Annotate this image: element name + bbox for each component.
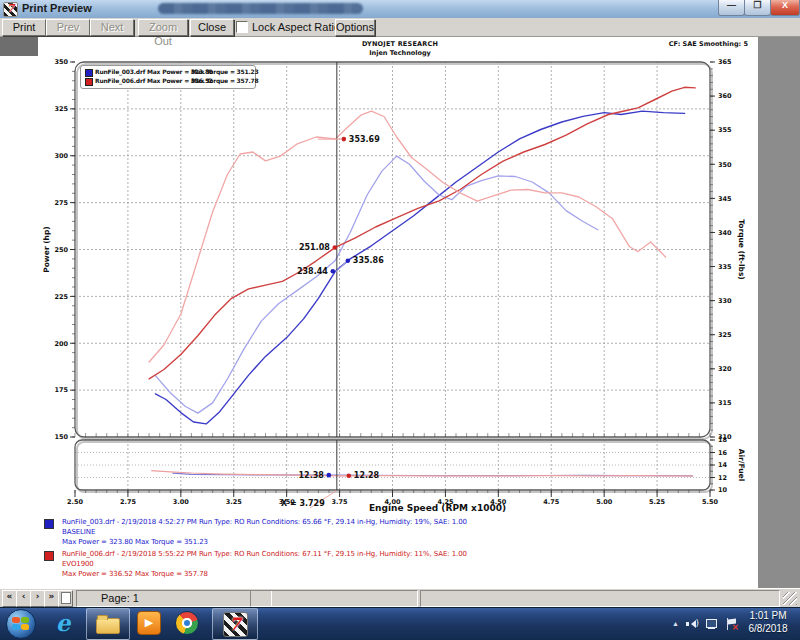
correction-smoothing-label: CF: SAE Smoothing: 5 — [640, 40, 748, 48]
maximize-button[interactable]: ❐ — [744, 0, 771, 16]
lock-aspect-ratio-label: Lock Aspect Ratio — [252, 21, 340, 33]
start-flag-yellow — [21, 624, 29, 630]
legend-row2-right: Max Torque = 357.78 — [191, 77, 259, 84]
minimize-icon: — — [727, 0, 736, 10]
goto-page-button[interactable] — [58, 590, 73, 607]
run2-line3: Max Power = 336.52 Max Torque = 357.78 — [62, 570, 208, 578]
start-flag-blue — [12, 624, 20, 630]
run2-line1: RunFile_006.drf - 2/19/2018 5:55:22 PM R… — [62, 550, 467, 558]
next-page-button[interactable]: › — [30, 590, 45, 607]
report-subtitle: Injen Technology — [300, 49, 500, 57]
page-corner-block — [0, 36, 38, 56]
media-player-icon: ▶ — [137, 611, 161, 635]
chrome-icon — [175, 611, 199, 635]
run2-line2: EVO1900 — [62, 560, 94, 568]
legend-row1-right: Max Torque = 351.23 — [191, 68, 259, 75]
lock-aspect-ratio-checkbox[interactable] — [236, 21, 248, 33]
start-flag-red — [12, 617, 20, 623]
minimize-button[interactable]: — — [718, 0, 745, 16]
status-panel-2 — [250, 590, 418, 607]
app-icon: 7 — [3, 2, 18, 17]
last-page-button[interactable]: » — [44, 590, 59, 607]
next-button[interactable]: Next — [90, 19, 134, 36]
prev-page-button[interactable]: ‹ — [16, 590, 31, 607]
folder-icon — [96, 618, 120, 634]
internet-explorer-icon: e — [56, 611, 71, 635]
legend-swatch-blue — [85, 69, 93, 77]
close-preview-button[interactable]: Close — [190, 19, 234, 36]
system-tray: ▲ ) × — [648, 607, 738, 640]
title-bar: 7 Print Preview — [0, 0, 800, 19]
taskbar-winpep7[interactable]: 7 — [212, 608, 258, 640]
tray-expand-icon[interactable]: ▲ — [672, 620, 679, 627]
run2-swatch — [44, 551, 54, 561]
page-number-panel: Page: 1 — [76, 590, 272, 607]
network-icon[interactable] — [706, 618, 719, 629]
chart-legend: RunFile_003.drf Max Power = 323.80 Max T… — [80, 65, 256, 89]
winpep7-icon: 7 — [223, 612, 248, 637]
x-axis-title: Engine Speed (RPM x1000) — [350, 503, 525, 513]
cursor-x-label: X = 3.729 — [281, 499, 351, 508]
status-panel-3 — [420, 590, 780, 607]
page-icon — [61, 592, 71, 604]
window-title: Print Preview — [22, 2, 92, 14]
print-preview-window: 3503253002752502252001751503653603553503… — [0, 0, 800, 640]
zoom-out-button[interactable]: Zoom Out — [138, 19, 188, 36]
action-center-flag-icon[interactable]: × — [726, 618, 738, 630]
maximize-icon: ❐ — [753, 0, 761, 10]
run1-line2: BASELINE — [62, 528, 95, 536]
volume-icon[interactable]: ) — [686, 618, 699, 630]
page-margin-strip — [758, 36, 800, 588]
clock-date: 6/8/2018 — [738, 622, 798, 635]
first-page-button[interactable]: « — [2, 590, 17, 607]
options-button[interactable]: Options — [335, 19, 375, 36]
taskbar-chrome[interactable] — [170, 608, 204, 638]
taskbar-internet-explorer[interactable]: e — [46, 608, 80, 638]
resize-grip[interactable] — [783, 592, 797, 605]
run1-swatch — [44, 519, 54, 529]
taskbar-file-explorer[interactable] — [86, 608, 130, 640]
prev-button[interactable]: Prev — [46, 19, 90, 36]
legend-swatch-red — [85, 78, 93, 86]
run1-line1: RunFile_003.drf - 2/19/2018 4:52:27 PM R… — [62, 518, 467, 526]
redacted-file-path — [158, 3, 363, 14]
run1-line3: Max Power = 323.80 Max Torque = 351.23 — [62, 538, 208, 546]
print-button[interactable]: Print — [2, 19, 46, 36]
start-button[interactable] — [6, 609, 36, 639]
close-window-button[interactable]: X — [770, 0, 800, 16]
taskbar-media-player[interactable]: ▶ — [132, 608, 166, 638]
close-icon: X — [782, 0, 788, 10]
clock-time: 1:01 PM — [738, 609, 798, 622]
taskbar-clock[interactable]: 1:01 PM 6/8/2018 — [738, 609, 798, 637]
start-flag-green — [21, 617, 29, 623]
report-title: DYNOJET RESEARCH — [300, 40, 500, 48]
